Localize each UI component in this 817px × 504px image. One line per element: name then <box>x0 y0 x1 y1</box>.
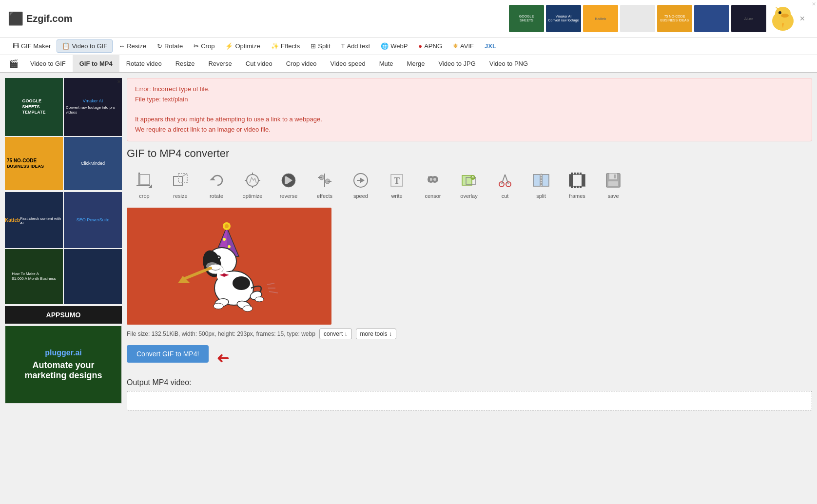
frames-tool-label: frames <box>569 193 585 199</box>
effects-tool-label: effects <box>317 193 332 199</box>
nav-jxl[interactable]: JXL <box>480 40 501 52</box>
nav-webp[interactable]: 🌐 WebP <box>376 40 412 52</box>
svg-rect-8 <box>140 174 150 184</box>
svg-rect-59 <box>609 174 617 179</box>
logo[interactable]: ⬛ Ezgif.com <box>8 11 72 26</box>
svg-line-90 <box>267 283 274 285</box>
subnav-video-speed[interactable]: Video speed <box>324 55 372 73</box>
split-nav-icon: ⊞ <box>311 42 316 50</box>
cut-tool-label: cut <box>502 193 509 199</box>
arrow-icon: ➜ <box>216 349 230 367</box>
nav-add-text[interactable]: T Add text <box>336 40 375 52</box>
svg-marker-21 <box>285 176 287 184</box>
ad-cell-clickminded: ClickMinded <box>64 137 122 190</box>
tool-icons-row: crop resize <box>127 166 812 202</box>
svg-rect-57 <box>580 186 582 188</box>
rotate-tool-icon <box>205 169 228 192</box>
header: ⬛ Ezgif.com GOOGLESHEETS Vmaker AIConver… <box>0 0 817 38</box>
crop-nav-icon: ✂ <box>194 42 199 50</box>
file-info-text: File size: 132.51KiB, width: 500px, heig… <box>127 330 315 337</box>
subnav-merge[interactable]: Merge <box>400 55 432 73</box>
svg-text:T: T <box>394 176 400 186</box>
main-content: Error: Incorrect type of file. File type… <box>127 78 812 410</box>
rotate-tool-label: rotate <box>210 193 223 199</box>
ad-close-1[interactable]: ✕ <box>117 79 121 84</box>
tool-write[interactable]: T write <box>379 166 414 202</box>
output-box <box>127 391 812 410</box>
reverse-tool-label: reverse <box>280 193 298 199</box>
tool-save[interactable]: save <box>596 166 631 202</box>
svg-rect-51 <box>574 173 576 174</box>
convert-small-button[interactable]: convert ↓ <box>319 329 352 339</box>
subnav-resize[interactable]: Resize <box>169 55 202 73</box>
subnav-crop-video[interactable]: Crop video <box>279 55 324 73</box>
nav-split[interactable]: ⊞ Split <box>306 40 335 52</box>
svg-rect-54 <box>571 186 573 188</box>
tool-reverse[interactable]: reverse <box>271 166 306 202</box>
convert-gif-mp4-button[interactable]: Convert GIF to MP4! <box>127 345 209 363</box>
nav-rotate[interactable]: ↻ Rotate <box>152 40 188 52</box>
svg-point-35 <box>433 178 436 181</box>
error-box: Error: Incorrect type of file. File type… <box>127 78 812 141</box>
sub-navigation: 🎬 Video to GIF GIF to MP4 Rotate video R… <box>0 55 817 73</box>
tool-effects[interactable]: effects <box>307 166 342 202</box>
save-tool-label: save <box>607 193 619 199</box>
tool-frames[interactable]: frames <box>560 166 595 202</box>
nav-effects[interactable]: ✨ Effects <box>266 40 305 52</box>
nav-gif-maker[interactable]: 🎞 GIF Maker <box>8 40 56 52</box>
svg-line-89 <box>269 291 278 293</box>
ad-cell-no-code: 75 NO-CODE BUSINESS IDEAS <box>5 137 63 190</box>
tool-censor[interactable]: censor <box>415 166 450 202</box>
nav-crop[interactable]: ✂ Crop <box>189 40 219 52</box>
svg-rect-37 <box>462 175 472 185</box>
tool-overlay[interactable]: overlay <box>451 166 486 202</box>
resize-nav-icon: ↔ <box>118 42 125 50</box>
write-tool-icon: T <box>385 169 408 192</box>
banner-ad-7: Alure <box>731 5 766 32</box>
top-banner-ads: GOOGLESHEETS Vmaker AIConvert raw footag… <box>509 4 809 33</box>
subnav-video-to-jpg[interactable]: Video to JPG <box>431 55 482 73</box>
banner-ad-3: Katteb <box>583 5 618 32</box>
error-line1: Error: Incorrect type of file. <box>135 84 804 95</box>
svg-rect-36 <box>428 176 430 182</box>
sidebar-ad-middle: Katteb Fast-check content with AI SEO Po… <box>5 192 122 304</box>
tool-split[interactable]: split <box>524 166 559 202</box>
error-line3: It appears that you might be attempting … <box>135 115 804 125</box>
nav-resize[interactable]: ↔ Resize <box>114 40 151 52</box>
close-banner-btn[interactable]: ✕ <box>799 15 809 22</box>
crop-tool-icon <box>133 169 156 192</box>
plugger-close[interactable]: ✕ <box>812 1 816 7</box>
nav-avif[interactable]: ❄ AVIF <box>448 40 479 52</box>
tool-crop[interactable]: crop <box>127 166 162 202</box>
tool-speed[interactable]: speed <box>343 166 378 202</box>
subnav-cut-video[interactable]: Cut video <box>239 55 279 73</box>
webp-nav-icon: 🌐 <box>381 42 389 50</box>
tool-rotate[interactable]: rotate <box>199 166 234 202</box>
svg-rect-48 <box>569 174 573 186</box>
preview-area <box>127 208 812 325</box>
subnav-reverse[interactable]: Reverse <box>201 55 238 73</box>
subnav-rotate-video[interactable]: Rotate video <box>119 55 169 73</box>
nav-apng[interactable]: ● APNG <box>413 40 447 52</box>
crop-tool-label: crop <box>139 193 149 199</box>
tool-optimize[interactable]: optimize <box>235 166 270 202</box>
tool-cut[interactable]: cut <box>487 166 523 202</box>
ad-cell-google-sheets: GOOGLESHEETSTEMPLATE <box>5 78 63 136</box>
svg-point-69 <box>225 224 229 228</box>
subnav-gif-to-mp4[interactable]: GIF to MP4 <box>73 55 119 73</box>
subnav-video-to-png[interactable]: Video to PNG <box>483 55 535 73</box>
reverse-tool-icon <box>277 169 300 192</box>
nav-video-to-gif[interactable]: 📋 Video to GIF <box>57 39 113 53</box>
ad-cell-vmaker: Vmaker AI Convert raw footage into pro v… <box>64 78 122 136</box>
tool-resize[interactable]: resize <box>163 166 198 202</box>
banner-ad-6 <box>694 5 729 32</box>
nav-optimize[interactable]: ⚡ Optimize <box>220 40 265 52</box>
svg-rect-53 <box>580 173 582 174</box>
svg-rect-61 <box>614 174 616 178</box>
more-tools-button[interactable]: more tools ↓ <box>356 329 396 339</box>
subnav-mute[interactable]: Mute <box>372 55 400 73</box>
subnav-video-to-gif[interactable]: Video to GIF <box>23 55 73 73</box>
ad-cell-blue-bottom <box>64 249 122 304</box>
svg-rect-44 <box>533 174 540 186</box>
apng-nav-icon: ● <box>418 42 422 50</box>
